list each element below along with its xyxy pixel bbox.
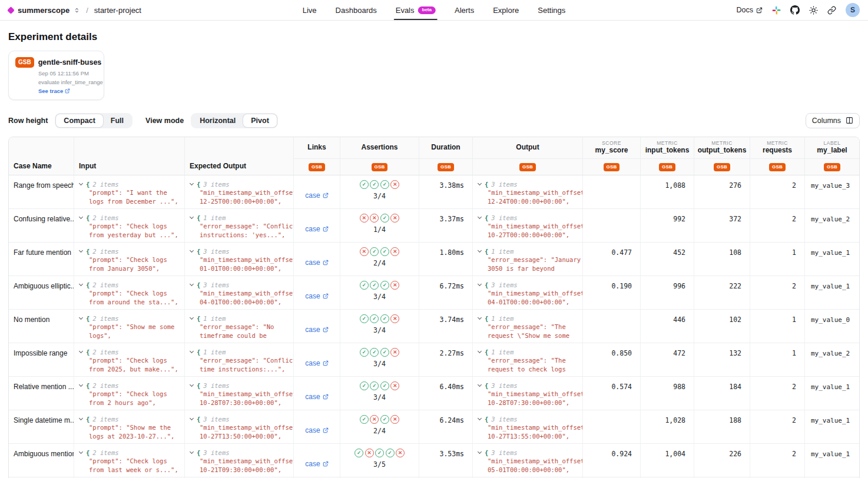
column-header-my-score[interactable]: SCOREmy_score <box>582 137 640 158</box>
table-row: Confusing relative...{2 items"prompt": "… <box>9 208 859 242</box>
docs-link[interactable]: Docs <box>737 6 763 14</box>
case-link[interactable]: case <box>305 383 328 410</box>
case-link[interactable]: case <box>305 316 328 343</box>
json-node-header: {3 items <box>478 381 580 390</box>
expand-chevron-icon[interactable] <box>190 181 194 185</box>
workspace-switcher[interactable]: summerscope <box>8 6 80 15</box>
column-header-case-name[interactable]: Case Name <box>9 137 74 175</box>
column-header-links[interactable]: Links <box>293 137 340 158</box>
expand-chevron-icon[interactable] <box>79 450 83 454</box>
expand-chevron-icon[interactable] <box>79 316 83 320</box>
share-link-icon[interactable] <box>827 6 836 15</box>
check-circle-icon: ✓ <box>380 381 389 390</box>
slack-icon[interactable] <box>772 6 781 15</box>
json-brace: { <box>485 449 488 456</box>
expand-chevron-icon[interactable] <box>478 349 482 353</box>
json-node-header: {1 item <box>478 347 580 356</box>
column-header-input-tokens[interactable]: METRICinput_tokens <box>640 137 694 158</box>
cell-requests: 2 <box>750 444 804 477</box>
column-header-duration[interactable]: Duration <box>419 137 472 158</box>
expand-chevron-icon[interactable] <box>79 282 83 286</box>
column-header-my-label[interactable]: LABELmy_label <box>804 137 859 158</box>
github-icon[interactable] <box>790 5 800 15</box>
project-name[interactable]: starter-project <box>94 6 141 15</box>
json-item-count: 2 items <box>92 449 118 456</box>
view-mode-option-pivot[interactable]: Pivot <box>243 114 277 127</box>
cell-expected-output: {3 items"min_timestamp_with_offset"04-01… <box>184 276 293 309</box>
case-link[interactable]: case <box>305 350 328 376</box>
cell-input-tokens: 446 <box>640 310 694 343</box>
nav-tab-alerts[interactable]: Alerts <box>455 0 474 20</box>
column-label: Assertions <box>361 144 397 152</box>
cell-input: {2 items"prompt": "Show me somelogs", <box>74 310 184 343</box>
selector-chevrons-icon <box>74 7 80 14</box>
cell-my-label: my_value_1 <box>804 243 859 275</box>
json-brace: { <box>86 248 90 255</box>
expand-chevron-icon[interactable] <box>190 416 194 420</box>
expand-chevron-icon[interactable] <box>190 248 194 253</box>
assertion-ratio: 3/5 <box>373 460 386 469</box>
column-header-expected-output[interactable]: Expected Output <box>184 137 293 175</box>
cell-output-tokens: 276 <box>694 175 750 208</box>
expand-chevron-icon[interactable] <box>190 282 194 286</box>
experiment-card[interactable]: GSB gentle-sniff-buses Sep 05 12:11:56 P… <box>8 51 104 100</box>
nav-tab-live[interactable]: Live <box>303 0 317 20</box>
external-link-icon <box>323 360 329 366</box>
nav-tab-dashboards[interactable]: Dashboards <box>336 0 377 20</box>
theme-toggle-icon[interactable] <box>809 6 818 15</box>
case-link[interactable]: case <box>305 182 328 208</box>
case-link[interactable]: case <box>305 249 328 275</box>
expand-chevron-icon[interactable] <box>79 416 83 420</box>
json-brace: { <box>197 315 200 322</box>
expand-chevron-icon[interactable] <box>190 349 194 353</box>
case-link[interactable]: case <box>305 417 328 443</box>
case-link[interactable]: case <box>305 450 328 477</box>
assertion-ratio: 3/4 <box>373 393 386 401</box>
nav-tab-explore[interactable]: Explore <box>493 0 519 20</box>
columns-button[interactable]: Columns <box>806 113 860 128</box>
x-circle-icon: ✕ <box>396 449 405 457</box>
expand-chevron-icon[interactable] <box>478 383 482 387</box>
assertion-ratio: 3/4 <box>373 326 386 334</box>
cell-output: {1 item"error_message": "Therequest to c… <box>472 343 582 376</box>
case-link[interactable]: case <box>305 283 328 309</box>
column-header-assertions[interactable]: Assertions <box>340 137 419 158</box>
column-experiment-badge-cell: GSB <box>804 158 859 175</box>
expand-chevron-icon[interactable] <box>79 215 83 219</box>
expand-chevron-icon[interactable] <box>190 450 194 454</box>
column-header-requests[interactable]: METRICrequests <box>750 137 804 158</box>
case-link[interactable]: case <box>305 215 328 242</box>
nav-tab-settings[interactable]: Settings <box>538 0 565 20</box>
table-controls: Row height CompactFull View mode Horizon… <box>8 112 860 129</box>
avatar[interactable]: S <box>846 3 860 17</box>
expand-chevron-icon[interactable] <box>190 383 194 387</box>
row-height-option-compact[interactable]: Compact <box>56 114 102 127</box>
expand-chevron-icon[interactable] <box>478 282 482 286</box>
expand-chevron-icon[interactable] <box>478 450 482 454</box>
column-header-input[interactable]: Input <box>74 137 184 175</box>
expand-chevron-icon[interactable] <box>190 215 194 219</box>
expand-chevron-icon[interactable] <box>79 181 83 185</box>
column-header-output[interactable]: Output <box>472 137 582 158</box>
expand-chevron-icon[interactable] <box>79 248 83 253</box>
expand-chevron-icon[interactable] <box>478 416 482 420</box>
cell-case-name: Far future mention <box>9 243 74 275</box>
cell-output-tokens: 372 <box>694 209 750 242</box>
row-height-option-full[interactable]: Full <box>103 114 131 127</box>
column-label: Output <box>516 144 539 152</box>
expand-chevron-icon[interactable] <box>478 248 482 253</box>
assertion-icons: ✓✕✓✓✕ <box>355 449 405 457</box>
expand-chevron-icon[interactable] <box>478 316 482 320</box>
see-trace-link[interactable]: See trace <box>38 88 97 94</box>
expand-chevron-icon[interactable] <box>478 215 482 219</box>
view-mode-option-horizontal[interactable]: Horizontal <box>192 114 243 127</box>
cell-expected-output: {3 items"min_timestamp_with_offset"10-21… <box>184 444 293 477</box>
expand-chevron-icon[interactable] <box>190 316 194 320</box>
expand-chevron-icon[interactable] <box>79 383 83 387</box>
assertion-ratio: 3/4 <box>373 360 386 368</box>
json-line: time instructions:...", <box>190 365 291 374</box>
expand-chevron-icon[interactable] <box>79 349 83 353</box>
expand-chevron-icon[interactable] <box>478 181 482 185</box>
column-header-output-tokens[interactable]: METRICoutput_tokens <box>694 137 750 158</box>
nav-tab-evals[interactable]: Evalsbeta <box>396 0 436 20</box>
